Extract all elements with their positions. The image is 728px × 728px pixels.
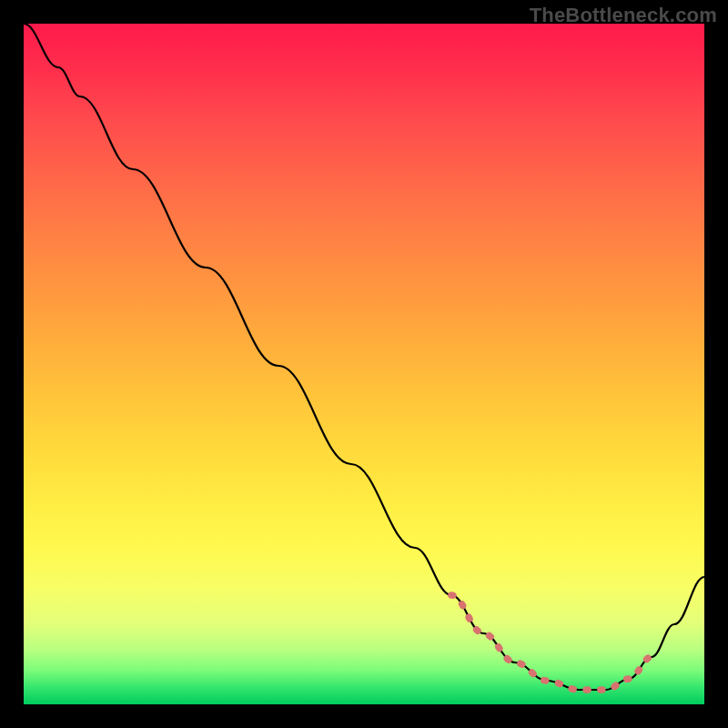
bottleneck-curve bbox=[24, 24, 704, 690]
watermark-text: TheBottleneck.com bbox=[530, 4, 717, 27]
plot-area bbox=[24, 24, 704, 704]
trough-highlight-dots bbox=[451, 595, 652, 690]
chart-frame: TheBottleneck.com bbox=[0, 0, 728, 728]
curve-layer bbox=[24, 24, 704, 704]
